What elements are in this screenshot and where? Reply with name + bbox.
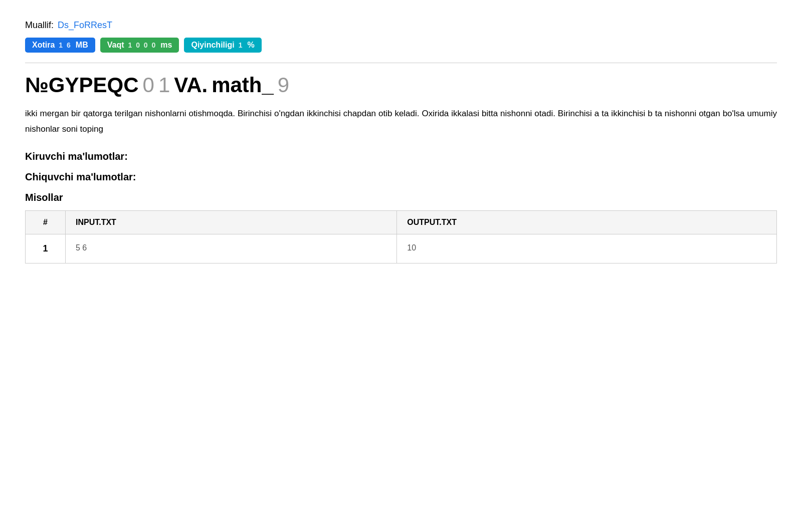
time-label: Vaqt xyxy=(107,41,124,50)
row-input: 5 6 xyxy=(66,234,397,263)
badges-row: Xotira 1 6 MB Vaqt 1 0 0 0 ms Qiyinchili… xyxy=(25,38,777,53)
memory-value: 1 6 xyxy=(59,41,71,49)
difficulty-label: Qiyinchiligi xyxy=(191,41,234,50)
difficulty-badge: Qiyinchiligi 1 % xyxy=(184,38,261,53)
memory-unit: MB xyxy=(76,41,88,50)
output-section-title: Chiquvchi ma'lumotlar: xyxy=(25,171,777,183)
table-row: 15 610 xyxy=(26,234,777,263)
examples-table: # INPUT.TXT OUTPUT.TXT 15 610 xyxy=(25,210,777,263)
author-name: Ds_FoRResT xyxy=(58,20,112,31)
row-output: 10 xyxy=(397,234,777,263)
memory-badge: Xotira 1 6 MB xyxy=(25,38,95,53)
problem-num2: 1 xyxy=(158,73,170,97)
problem-description: ikki mergan bir qatorga terilgan nishonl… xyxy=(25,106,777,137)
author-label: Muallif: xyxy=(25,20,54,31)
time-value: 1 0 0 0 xyxy=(128,41,157,49)
problem-num1: 0 xyxy=(143,73,154,97)
problem-title: №GYPEQC 0 1 VA. math_ 9 xyxy=(25,73,777,97)
col-header-output: OUTPUT.TXT xyxy=(397,211,777,234)
problem-math: math_ xyxy=(212,73,274,97)
problem-num3: 9 xyxy=(278,73,289,97)
divider xyxy=(25,63,777,63)
examples-title: Misollar xyxy=(25,192,777,203)
difficulty-unit: % xyxy=(247,41,254,50)
col-header-num: # xyxy=(26,211,66,234)
difficulty-value: 1 xyxy=(239,41,244,49)
time-badge: Vaqt 1 0 0 0 ms xyxy=(100,38,179,53)
memory-label: Xotira xyxy=(32,41,55,50)
row-num: 1 xyxy=(26,234,66,263)
problem-prefix: №GYPEQC xyxy=(25,73,139,97)
col-header-input: INPUT.TXT xyxy=(66,211,397,234)
problem-separator: VA. xyxy=(174,73,208,97)
time-unit: ms xyxy=(160,41,172,50)
input-section-title: Kiruvchi ma'lumotlar: xyxy=(25,151,777,162)
